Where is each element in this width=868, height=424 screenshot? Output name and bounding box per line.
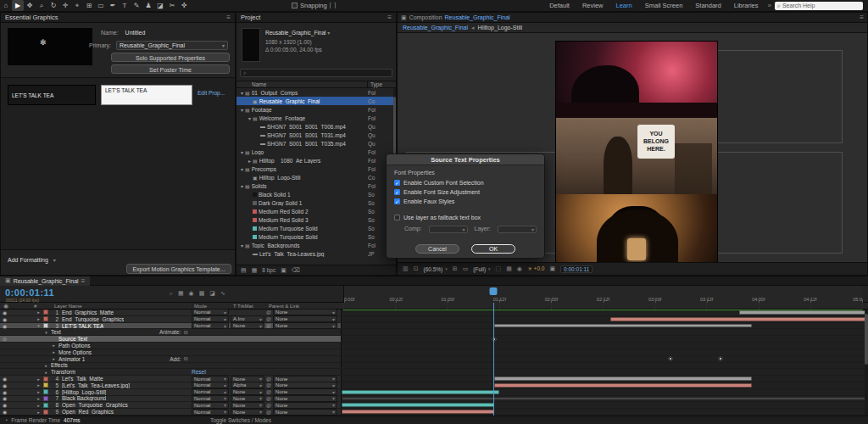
composition-frame[interactable]: YOU BELONG HERE. [556, 42, 717, 264]
project-item[interactable]: ▾▤01_Output_CompsFol [236, 88, 393, 97]
expand-arrow-icon[interactable]: ▸ [36, 310, 42, 315]
panel-menu-icon[interactable]: ≡ [860, 14, 864, 21]
tree-arrow-icon[interactable]: ▾ [239, 166, 245, 172]
mode-dropdown[interactable]: Normal▾ [192, 322, 229, 329]
visibility-eye-icon[interactable]: ◉ [3, 323, 7, 329]
visibility-eye-icon[interactable]: ◉ [3, 389, 7, 395]
eg-edit-properties-link[interactable]: Edit Prop... [198, 90, 225, 96]
timeline-track[interactable] [342, 316, 868, 322]
layer-duration-bar[interactable] [342, 410, 494, 414]
zoom-tool-icon[interactable]: ⌕ [36, 0, 47, 11]
timeline-scrollbar[interactable] [865, 310, 868, 416]
parent-dropdown[interactable]: None▾ [273, 388, 337, 395]
selection-tool-icon[interactable]: ▶ [12, 0, 24, 11]
trkmat-dropdown[interactable]: None▾ [231, 322, 264, 329]
shape-tool-icon[interactable]: ▭ [95, 0, 107, 11]
timeline-row-left[interactable]: ◉▸8Open_Turquoise_GraphicsNormal▾None▾@N… [0, 402, 342, 408]
timeline-track[interactable] [342, 363, 868, 369]
property-name[interactable]: More Options [58, 349, 92, 355]
layer-switches[interactable]: ◉ [0, 310, 34, 315]
layer-color-chip[interactable] [43, 396, 48, 401]
timeline-row-left[interactable]: ▾TextAnimate:⊙ [0, 329, 342, 335]
tree-arrow-icon[interactable]: ▸ [247, 158, 253, 164]
mode-dropdown[interactable]: Normal▾ [192, 388, 229, 395]
layer-switches[interactable]: ◉ [0, 376, 34, 382]
mode-dropdown[interactable]: Normal▾ [192, 315, 229, 322]
project-item[interactable]: Medium Red Solid 3So [236, 215, 393, 224]
timeline-row-left[interactable]: ▸TransformReset [0, 369, 342, 375]
toggle-switches-modes-button[interactable]: Toggle Switches / Modes [210, 417, 271, 423]
parent-dropdown[interactable]: None▾ [273, 322, 337, 329]
timeline-property-row[interactable]: ▸Animator 1Add:⊙ [0, 356, 868, 363]
graph-editor-icon[interactable]: ∿ [220, 290, 225, 297]
eg-primary-dropdown[interactable]: Reusable_Graphic_Final ▾ [116, 41, 228, 50]
tree-arrow-icon[interactable]: ▾ [239, 243, 245, 248]
eraser-tool-icon[interactable]: ◪ [154, 0, 166, 11]
timeline-layer-row[interactable]: ◉▸9Open_Red_GraphicsNormal▾None▾@None▾ [0, 409, 868, 416]
keyframe-diamond[interactable] [668, 356, 673, 361]
snapping-checkbox[interactable] [292, 3, 298, 8]
parent-dropdown[interactable]: None▾ [273, 409, 337, 416]
timeline-ruler[interactable]: 0:00f00:12f01:00f01:12f02:00f02:12f03:00… [343, 286, 862, 303]
timeline-row-left[interactable]: ◉▾3LET'S TALK TEANormal▾None▾@None▾ [0, 323, 342, 329]
parent-dropdown[interactable]: None▾ [273, 376, 337, 382]
fallback-checkbox[interactable] [394, 215, 400, 220]
layer-name[interactable]: Open_Turquoise_Graphics [62, 402, 128, 408]
layer-color-chip[interactable] [43, 410, 48, 415]
layer-color-chip[interactable] [43, 403, 48, 408]
layer-color-chip[interactable] [43, 382, 48, 388]
workspace-overflow-icon[interactable]: » [768, 2, 771, 9]
trkmat-dropdown[interactable]: Alpha▾ [231, 382, 264, 388]
ok-button[interactable]: OK [471, 244, 515, 254]
comp-dropdown[interactable]: ▾ [429, 226, 468, 233]
parent-dropdown[interactable]: None▾ [273, 382, 337, 388]
mode-dropdown[interactable]: Normal▾ [192, 309, 229, 315]
delete-icon[interactable]: ⌫ [292, 267, 300, 274]
project-item[interactable]: Black Solid 1So [236, 190, 393, 198]
expand-arrow-icon[interactable]: ▸ [36, 396, 42, 401]
column-parent[interactable]: Parent & Link [269, 304, 342, 309]
grid-guides-icon[interactable]: ⊞ [453, 265, 458, 272]
project-item[interactable]: ▬SHGN7_S001_S001_T006.mp4Qu [236, 122, 393, 131]
project-item[interactable]: Medium Turquoise SolidSo [236, 224, 393, 232]
timeline-layer-row[interactable]: ◉▸8Open_Turquoise_GraphicsNormal▾None▾@N… [0, 402, 868, 409]
draft-3d-icon[interactable]: ▦ [178, 290, 184, 297]
brush-tool-icon[interactable]: ✎ [131, 0, 142, 11]
timeline-track[interactable] [342, 356, 868, 362]
timeline-row-left[interactable]: ◉▸5[Let's_Talk_Tea-Leaves.jpg]Normal▾Alp… [0, 382, 342, 388]
layer-name[interactable]: End_Turquoise_Graphics [62, 316, 124, 322]
project-item[interactable]: ▾▤Welcome_FootageFol [236, 114, 393, 122]
dialog-checkbox-row[interactable]: ✓Enable Font Size Adjustment [394, 187, 537, 197]
project-column-headers[interactable]: Name Type [236, 81, 396, 88]
timeline-property-row[interactable]: ▾TextAnimate:⊙ [0, 329, 868, 336]
expand-arrow-icon[interactable]: ▾ [36, 323, 42, 328]
project-item[interactable]: ▬SHGN7_S001_S001_T035.mp4Qu [236, 139, 393, 148]
help-search-input[interactable]: ⌕ Search Help [775, 2, 863, 10]
timeline-track[interactable] [342, 323, 868, 329]
timeline-comp-tab[interactable]: ▣ Reusable_Graphic_Final ≡ [0, 276, 90, 286]
zoom-dropdown[interactable]: (60.5%) ▾ [424, 266, 448, 272]
layer-switches[interactable]: ◉ [0, 382, 34, 388]
mode-dropdown[interactable]: Normal▾ [192, 376, 229, 382]
set-poster-time-button[interactable]: Set Poster Time [111, 64, 230, 74]
layer-duration-bar[interactable] [342, 403, 494, 407]
layer-switches[interactable]: ◉ [0, 409, 34, 415]
timeline-track[interactable] [342, 349, 868, 355]
workspace-tab-libraries[interactable]: Libraries [728, 0, 765, 11]
pickwhip-icon[interactable]: @ [266, 410, 271, 415]
tree-arrow-icon[interactable]: ▾ [239, 149, 245, 155]
column-mode[interactable]: Mode [194, 304, 233, 309]
project-selected-name[interactable]: Reusable_Graphic_Final ▾ [265, 30, 330, 36]
magnification-icon[interactable]: ⊡ [414, 265, 419, 272]
workspace-tab-standard[interactable]: Standard [689, 0, 726, 11]
export-mgt-button[interactable]: Export Motion Graphics Template... [126, 264, 231, 274]
timeline-row-left[interactable]: ◉▸6[Hilltop_Logo-Still]Normal▾None▾@None… [0, 389, 342, 395]
column-name[interactable]: Name [236, 81, 367, 87]
essential-graphics-header[interactable]: Essential Graphics ≡ [1, 13, 235, 23]
parent-dropdown[interactable]: None▾ [273, 402, 337, 409]
transparency-grid-icon[interactable]: ▦ [506, 265, 512, 272]
tree-arrow-icon[interactable]: ▾ [239, 183, 245, 189]
pickwhip-icon[interactable]: @ [266, 323, 271, 328]
parent-dropdown[interactable]: None▾ [273, 315, 337, 322]
expand-arrow-icon[interactable]: ▸ [51, 343, 57, 348]
